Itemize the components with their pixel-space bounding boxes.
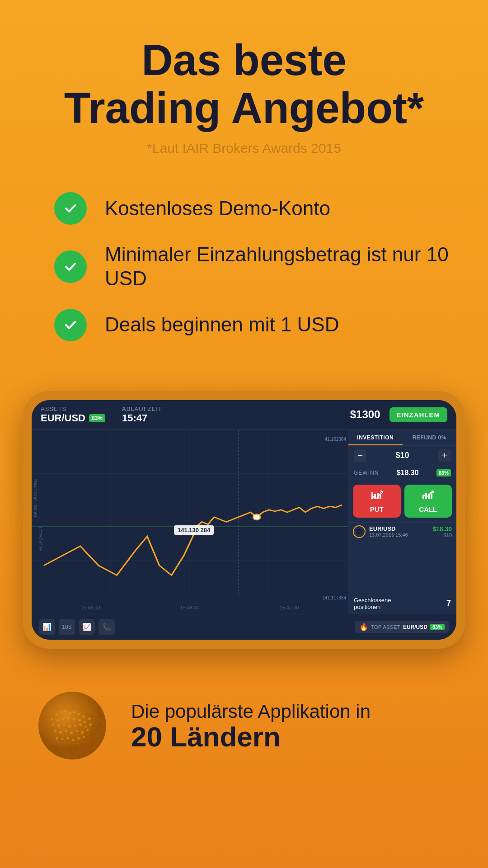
svg-point-8	[253, 514, 260, 520]
main-title: Das besteTrading Angebot*	[36, 36, 452, 132]
price-tooltip: 141.130 284	[174, 525, 214, 535]
svg-point-54	[87, 729, 89, 731]
closed-label: Geschlossenepositionen	[354, 597, 391, 610]
globe-icon	[36, 689, 108, 762]
call-icon	[422, 490, 434, 504]
time-label: ABLAUFZEIT	[122, 406, 176, 412]
svg-point-52	[76, 730, 78, 732]
time-tick-3: 15:47:00	[280, 605, 299, 610]
svg-point-37	[78, 719, 81, 722]
check-icon-1	[62, 200, 79, 217]
trading-content: DEADLINE KAUFEN ABLAUFZEIT 41.152364 141…	[32, 430, 456, 614]
check-circle-1	[54, 192, 87, 225]
right-panel: INVESTITION REFUND 0% − $10 + GEWINN $18…	[348, 430, 456, 614]
tab-refund[interactable]: REFUND 0%	[403, 430, 457, 445]
history-profit-val: $18.30	[432, 525, 452, 533]
feature-item-3: Deals beginnen mit 1 USD	[54, 309, 452, 341]
chart-area: DEADLINE KAUFEN ABLAUFZEIT 41.152364 141…	[32, 430, 348, 614]
svg-point-41	[57, 724, 60, 727]
minus-button[interactable]: −	[354, 449, 366, 462]
phone-section: ASSETS EUR/USD 83% ABLAUFZEIT 15:47 $130…	[0, 391, 488, 649]
asset-label: ASSETS	[41, 406, 113, 412]
feature-item-2: Minimaler Einzahlungsbetrag ist nur 10 U…	[54, 243, 452, 291]
svg-rect-13	[380, 495, 381, 499]
svg-point-36	[73, 717, 75, 720]
svg-point-38	[84, 721, 86, 723]
asset-value: EUR/USD 83%	[41, 412, 113, 424]
svg-point-24	[38, 692, 106, 760]
history-info: EUR/USD 13.07.2015 15:46	[369, 525, 429, 538]
check-circle-3	[54, 309, 87, 341]
svg-point-59	[77, 737, 80, 740]
svg-point-46	[85, 725, 87, 727]
history-amount: $10	[432, 533, 452, 538]
svg-point-33	[56, 719, 59, 722]
invest-controls: − $10 +	[348, 446, 456, 466]
tabs-row: INVESTITION REFUND 0%	[348, 430, 456, 446]
asset-percent-badge: 83%	[89, 414, 105, 422]
time-tick-1: 15:46:00	[81, 605, 100, 610]
time-axis: 15:46:00 15:46:30 15:47:00	[32, 605, 348, 610]
history-time: 13.07.2015 15:46	[369, 532, 429, 538]
svg-point-51	[70, 731, 73, 734]
profit-row: GEWINN $18.30 83%	[348, 466, 456, 480]
chart-svg	[32, 430, 348, 614]
svg-point-28	[69, 712, 71, 714]
history-profit: $18.30 $10	[432, 525, 452, 538]
svg-point-26	[60, 711, 62, 713]
svg-point-30	[78, 713, 80, 715]
bottom-tagline: Die populärste Applikation in	[131, 700, 443, 723]
phone-icon[interactable]: 📞	[99, 619, 115, 635]
bottom-highlight: 20 Ländern	[131, 723, 443, 751]
svg-point-49	[59, 731, 62, 734]
closed-count: 7	[446, 599, 451, 608]
globe-container	[36, 689, 108, 762]
balance-text: $1300	[350, 408, 380, 421]
time-info: ABLAUFZEIT 15:47	[122, 406, 176, 424]
phone-screen: ASSETS EUR/USD 83% ABLAUFZEIT 15:47 $130…	[32, 400, 456, 640]
svg-point-56	[61, 738, 64, 740]
profit-label: GEWINN	[354, 470, 379, 476]
subtitle: *Laut IAIR Brokers Awards 2015	[36, 141, 452, 156]
trading-top-bar: ASSETS EUR/USD 83% ABLAUFZEIT 15:47 $130…	[32, 400, 456, 430]
bottom-section: Die populärste Applikation in 20 Ländern	[0, 662, 488, 789]
trend-icon[interactable]: 📈	[79, 619, 95, 635]
feature-text-2: Minimaler Einzahlungsbetrag ist nur 10 U…	[105, 243, 452, 291]
fire-icon: 🔥	[359, 623, 368, 631]
feature-text-3: Deals beginnen mit 1 USD	[105, 313, 339, 337]
profit-amount: $18.30	[397, 469, 419, 477]
svg-point-44	[74, 724, 76, 726]
check-icon-3	[62, 317, 79, 333]
tab-investition[interactable]: INVESTITION	[348, 430, 403, 445]
features-section: Kostenloses Demo-Konto Minimaler Einzahl…	[0, 179, 488, 382]
trade-buttons: PUT	[348, 480, 456, 522]
check-icon-2	[62, 259, 79, 275]
history-pair: EUR/USD	[369, 525, 429, 532]
check-circle-2	[54, 250, 87, 283]
svg-point-31	[82, 715, 85, 718]
bottom-text: Die populärste Applikation in 20 Ländern	[131, 700, 443, 751]
asset-info: ASSETS EUR/USD 83%	[41, 406, 113, 424]
call-button[interactable]: CALL	[404, 485, 452, 518]
profit-percent-badge: 83%	[436, 469, 451, 476]
deposit-button[interactable]: EINZAHLEM	[389, 407, 448, 422]
time-tick-2: 15:46:30	[180, 605, 200, 610]
svg-point-50	[65, 730, 67, 732]
feature-text-1: Kostenloses Demo-Konto	[105, 197, 330, 221]
svg-point-58	[72, 739, 75, 741]
plus-button[interactable]: +	[438, 449, 451, 462]
put-label: PUT	[370, 505, 384, 513]
history-icon: ⏱	[353, 525, 366, 538]
top-asset-badge: 🔥 TOP ASSET EUR/USD 83%	[355, 621, 449, 633]
phone-mockup: ASSETS EUR/USD 83% ABLAUFZEIT 15:47 $130…	[23, 391, 465, 649]
svg-point-60	[83, 736, 85, 738]
time-icon[interactable]: 10S	[59, 619, 75, 635]
time-value: 15:47	[122, 412, 176, 424]
svg-point-43	[68, 725, 71, 728]
top-asset-pct: 83%	[430, 624, 445, 630]
feature-item-1: Kostenloses Demo-Konto	[54, 192, 452, 225]
chart-icon[interactable]: 📊	[39, 619, 55, 635]
bottom-bar: 📊 10S 📈 📞 🔥 TOP ASSET EUR/USD 83%	[32, 614, 456, 640]
svg-point-29	[73, 711, 76, 713]
put-button[interactable]: PUT	[353, 485, 401, 518]
